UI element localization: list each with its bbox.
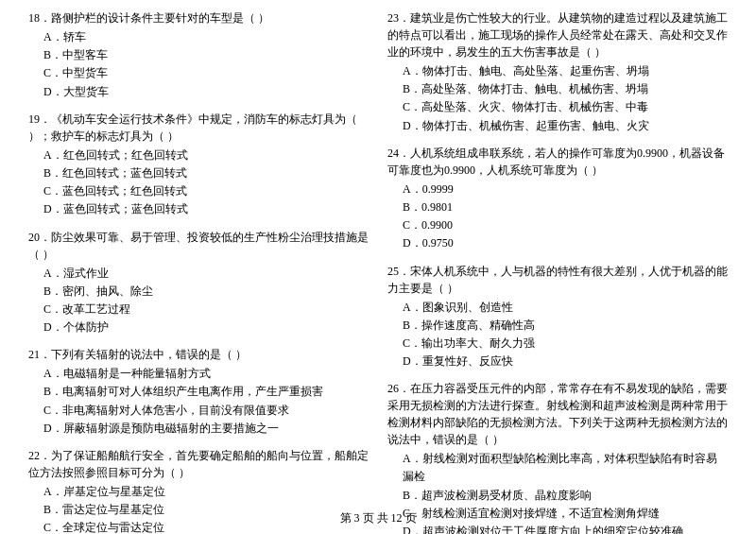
q19-opt-c: C．蓝色回转式；红色回转式: [28, 182, 369, 200]
q21-opt-d: D．屏蔽辐射源是预防电磁辐射的主要措施之一: [28, 420, 369, 438]
q20-opt-d: D．个体防护: [28, 319, 369, 336]
page: 18．路侧护栏的设计条件主要针对的车型是（ ） A．轿车 B．中型客车 C．中型…: [0, 0, 756, 534]
q18-opt-c: C．中型货车: [28, 64, 369, 82]
left-column: 18．路侧护栏的设计条件主要针对的车型是（ ） A．轿车 B．中型客车 C．中型…: [28, 9, 369, 534]
q26-title: 26．在压力容器受压元件的内部，常常存在有不易发现的缺陷，需要采用无损检测的方法…: [387, 380, 728, 448]
q24-opt-b: B．0.9801: [387, 198, 728, 216]
q25-opt-b: B．操作速度高、精确性高: [387, 317, 728, 335]
q23-title: 23．建筑业是伤亡性较大的行业。从建筑物的建造过程以及建筑施工的特点可以看出，施…: [387, 9, 728, 60]
q25-opt-d: D．重复性好、反应快: [387, 353, 728, 370]
right-column: 23．建筑业是伤亡性较大的行业。从建筑物的建造过程以及建筑施工的特点可以看出，施…: [387, 9, 728, 534]
page-footer: 第 3 页 共 12 页: [0, 510, 756, 526]
q18-title: 18．路侧护栏的设计条件主要针对的车型是（ ）: [28, 9, 369, 26]
q21-opt-a: A．电磁辐射是一种能量辐射方式: [28, 365, 369, 383]
q23-opt-c: C．高处坠落、火灾、物体打击、机械伤害、中毒: [387, 98, 728, 116]
q21-opt-b: B．电离辐射可对人体组织产生电离作用，产生严重损害: [28, 383, 369, 401]
q26-opt-b: B．超声波检测易受材质、晶粒度影响: [387, 487, 728, 505]
q25-opt-a: A．图象识别、创造性: [387, 299, 728, 317]
question-18: 18．路侧护栏的设计条件主要针对的车型是（ ） A．轿车 B．中型客车 C．中型…: [28, 9, 369, 101]
q24-opt-d: D．0.9750: [387, 234, 728, 252]
q18-opt-a: A．轿车: [28, 28, 369, 46]
q18-opt-d: D．大型货车: [28, 83, 369, 101]
question-23: 23．建筑业是伤亡性较大的行业。从建筑物的建造过程以及建筑施工的特点可以看出，施…: [387, 9, 728, 135]
q24-opt-c: C．0.9900: [387, 216, 728, 234]
question-25: 25．宋体人机系统中，人与机器的特性有很大差别，人优于机器的能力主要是（ ） A…: [387, 263, 728, 371]
q25-title: 25．宋体人机系统中，人与机器的特性有很大差别，人优于机器的能力主要是（ ）: [387, 263, 728, 297]
q24-opt-a: A．0.9999: [387, 181, 728, 198]
question-21: 21．下列有关辐射的说法中，错误的是（ ） A．电磁辐射是一种能量辐射方式 B．…: [28, 346, 369, 438]
q23-opt-b: B．高处坠落、物体打击、触电、机械伤害、坍塌: [387, 80, 728, 98]
question-24: 24．人机系统组成串联系统，若人的操作可靠度为0.9900，机器设备可靠度也为0…: [387, 145, 728, 253]
q21-title: 21．下列有关辐射的说法中，错误的是（ ）: [28, 346, 369, 363]
q23-opt-a: A．物体打击、触电、高处坠落、起重伤害、坍塌: [387, 62, 728, 80]
q25-opt-c: C．输出功率大、耐久力强: [387, 335, 728, 353]
q23-opt-d: D．物体打击、机械伤害、起重伤害、触电、火灾: [387, 117, 728, 135]
q19-opt-d: D．蓝色回转式；蓝色回转式: [28, 200, 369, 218]
q26-opt-a: A．射线检测对面积型缺陷检测比率高，对体积型缺陷有时容易漏检: [387, 450, 728, 486]
page-number: 第 3 页 共 12 页: [340, 511, 417, 525]
question-20: 20．防尘效果可靠、易于管理、投资较低的生产性粉尘治理技措施是（ ） A．湿式作…: [28, 229, 369, 337]
question-19: 19．《机动车安全运行技术条件》中规定，消防车的标志灯具为（ ）；救护车的标志灯…: [28, 111, 369, 219]
q18-opt-b: B．中型客车: [28, 46, 369, 64]
q20-title: 20．防尘效果可靠、易于管理、投资较低的生产性粉尘治理技措施是（ ）: [28, 229, 369, 263]
content-area: 18．路侧护栏的设计条件主要针对的车型是（ ） A．轿车 B．中型客车 C．中型…: [28, 9, 728, 534]
q20-opt-c: C．改革工艺过程: [28, 301, 369, 319]
q24-title: 24．人机系统组成串联系统，若人的操作可靠度为0.9900，机器设备可靠度也为0…: [387, 145, 728, 179]
q19-opt-b: B．红色回转式；蓝色回转式: [28, 164, 369, 182]
q19-opt-a: A．红色回转式；红色回转式: [28, 146, 369, 164]
q22-title: 22．为了保证船舶航行安全，首先要确定船舶的船向与位置，船舶定位方法按照参照目标…: [28, 447, 369, 481]
q20-opt-b: B．密闭、抽风、除尘: [28, 283, 369, 301]
q22-opt-a: A．岸基定位与星基定位: [28, 483, 369, 501]
q20-opt-a: A．湿式作业: [28, 265, 369, 283]
q21-opt-c: C．非电离辐射对人体危害小，目前没有限值要求: [28, 402, 369, 420]
q19-title: 19．《机动车安全运行技术条件》中规定，消防车的标志灯具为（ ）；救护车的标志灯…: [28, 111, 369, 145]
